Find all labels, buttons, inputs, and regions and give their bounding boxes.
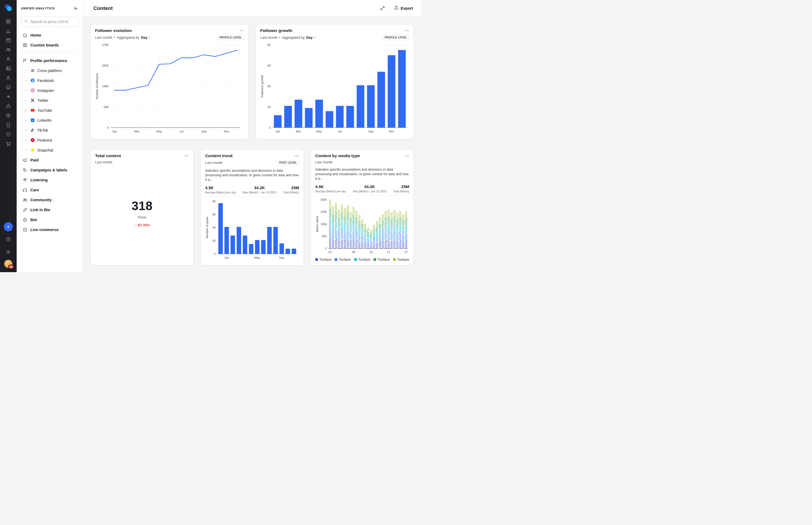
sidebar-item-community[interactable]: Community [21,195,79,205]
social-icon[interactable] [3,82,14,92]
chevron-down-icon [24,129,28,132]
dashboard-icon[interactable] [3,17,14,26]
notification-badge: 12 [8,265,14,269]
sidebar-item-twitter[interactable]: Twitter [21,95,79,105]
youtube-icon [30,108,35,113]
sidebar-item-paid[interactable]: Paid [21,155,79,165]
brand-safety-icon[interactable]: A [3,130,14,139]
media-library-icon[interactable] [3,64,14,73]
page-title: Content [93,5,113,11]
sidebar-item-instagram[interactable]: Instagram [21,86,79,95]
card-description: Indicates specific assumptions and decis… [205,168,299,182]
aggregation-select[interactable]: Day [306,35,316,40]
card-menu-button[interactable] [404,28,409,33]
svg-text:282K: 282K [102,64,109,67]
content-trend-svg: 020406080Number of postsJanMaySep [205,198,299,261]
svg-text:Nov: Nov [389,130,394,133]
svg-text:01: 01 [328,251,332,254]
page-header: Content Export [83,0,421,17]
legend-item: Toutique [374,258,390,261]
profiles-icon[interactable] [3,73,14,82]
app-rail: 31A 12 [0,0,17,272]
legend-item: Toutique [315,258,331,261]
search-icon [24,19,28,25]
svg-text:65k: 65k [322,235,327,238]
card-title: Content by media type [315,153,360,158]
svg-text:0: 0 [107,126,109,129]
content-by-media-type-svg: 065k130k195k260kMetric name0109152127 [315,197,409,256]
follower-growth-svg: 020406080Followers growthJanMarMayJunSep… [260,42,409,135]
search-input[interactable] [30,20,76,24]
sidebar-item-listening[interactable]: Listening [21,175,79,185]
legend-swatch [374,258,376,261]
stat: 4.5K Average [Metric] per day [205,185,236,194]
sidebar-item-link-in-bio[interactable]: Link In Bio [21,205,79,215]
card-menu-button[interactable] [239,28,244,33]
analytics-icon[interactable] [3,26,14,35]
reviews-icon[interactable] [3,111,14,120]
sidebar-item-bot[interactable]: Bot [21,215,79,225]
sidebar-item-live-commerce[interactable]: Live commerce [21,225,79,235]
legend-swatch [334,258,337,261]
expand-button[interactable] [380,6,385,11]
svg-text:A: A [8,133,9,135]
sidebar-item-snapchat[interactable]: Snapchat [21,145,79,155]
sidebar-item-pinterest[interactable]: P Pinterest [21,135,79,145]
audience-icon[interactable] [3,45,14,54]
chevron-down-icon [24,79,28,82]
chevron-down-icon [24,89,28,92]
svg-text:31: 31 [7,40,9,42]
sidebar-item-home[interactable]: Home [21,30,79,40]
user-avatar[interactable]: 12 [4,260,12,268]
svg-text:Jul: Jul [179,130,183,133]
sidebar-item-tiktok[interactable]: TikTok [21,125,79,135]
svg-text:09: 09 [352,251,355,254]
svg-text:Sep: Sep [279,256,284,259]
settings-icon[interactable] [3,247,14,257]
card-follower-evolution: Follower evolution Last month • Aggregat… [91,24,249,139]
export-button[interactable]: Export [394,5,413,11]
svg-text:May: May [254,256,260,259]
live-icon [22,227,27,232]
stat: 4.5K Average [Metric] per day [315,184,346,193]
sidebar-item-profile-performance[interactable]: Profile performance [21,56,79,65]
card-menu-button[interactable] [184,153,189,158]
board-icon [22,43,27,47]
app-logo[interactable] [4,3,13,12]
card-title: Follower evolution [95,28,132,33]
card-title: Total content [95,153,121,158]
help-icon[interactable] [3,235,14,244]
sidebar-item-youtube[interactable]: YouTube [21,105,79,115]
chevron-down-icon [24,138,28,142]
sidebar-item-campaigns-labels[interactable]: Campaigns & labels [21,165,79,175]
bot-icon [22,217,27,222]
separator: • [279,35,280,40]
add-button[interactable] [4,222,13,231]
sidebar-item-custom-boards[interactable]: Custom boards [21,40,79,50]
period-label: Last month [95,160,112,164]
svg-text:Jun: Jun [338,130,342,133]
collapse-sidebar-button[interactable] [74,6,79,11]
content-by-media-type-chart: 065k130k195k260kMetric name0109152127 [315,197,409,256]
calendar-icon[interactable]: 31 [3,35,14,45]
sidebar-item-linkedin[interactable]: in LinkedIn [21,115,79,125]
arrow-down-icon: ↓ [134,223,136,227]
card-menu-button[interactable] [294,153,299,158]
creators-icon[interactable] [3,54,14,64]
svg-text:188K: 188K [102,85,109,88]
sidebar-item-facebook[interactable]: Facebook [21,75,79,86]
sidebar-item-care[interactable]: Care [21,185,79,195]
kpi-unit: Posts [138,215,146,219]
sidebar-item-cross-platform[interactable]: Cross platform [21,65,79,75]
card-menu-button[interactable] [404,153,409,158]
svg-text:Number of followers: Number of followers [95,73,98,100]
commerce-icon[interactable] [3,139,14,148]
sidebar-header: UNIFIED ANALYTICS [21,0,79,17]
stories-icon[interactable] [3,120,14,130]
search-box[interactable] [21,17,79,27]
ai-insights-icon[interactable] [3,92,14,101]
automation-icon[interactable] [3,101,14,111]
legend-swatch [393,258,396,261]
svg-text:Mar: Mar [296,130,301,133]
aggregation-select[interactable]: Day [141,35,152,40]
